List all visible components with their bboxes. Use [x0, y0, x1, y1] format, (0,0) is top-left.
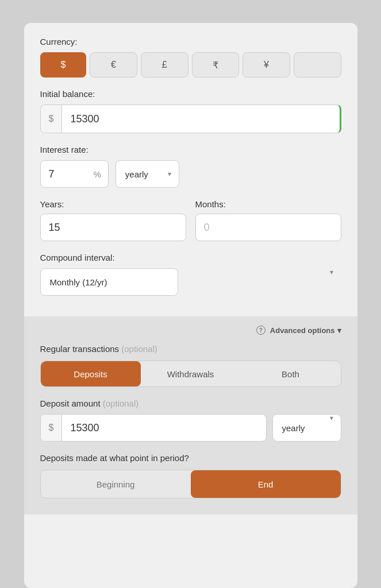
- interest-rate-row: % yearly monthly ▾: [40, 160, 341, 188]
- currency-btn-inr[interactable]: ₹: [192, 52, 240, 78]
- months-label: Months:: [195, 199, 341, 209]
- tab-withdrawals[interactable]: Withdrawals: [141, 361, 241, 386]
- advanced-options-row: ? Advanced options ▾: [40, 326, 341, 335]
- deposit-amount-label: Deposit amount (optional): [40, 399, 341, 408]
- interest-rate-input[interactable]: [41, 160, 87, 188]
- currency-btn-jpy[interactable]: ¥: [243, 52, 290, 78]
- percent-suffix: %: [87, 169, 108, 179]
- currency-btn-eur[interactable]: €: [90, 52, 137, 78]
- advanced-options-label: Advanced options: [270, 326, 335, 335]
- deposit-point-label: Deposits made at what point in period?: [40, 453, 341, 463]
- deposit-point-tab-group: Beginning End: [40, 470, 341, 498]
- deposit-amount-row: $ yearly monthly weekly daily ▾: [40, 414, 341, 442]
- currency-btn-usd[interactable]: $: [40, 52, 87, 78]
- help-icon: ?: [256, 326, 265, 335]
- deposit-period-select[interactable]: yearly monthly weekly daily: [272, 414, 341, 442]
- interest-period-select[interactable]: yearly monthly: [116, 160, 179, 188]
- currency-label: Currency:: [40, 37, 341, 47]
- currency-selector: $ € £ ₹ ¥: [40, 52, 341, 78]
- advanced-options-chevron-icon: ▾: [337, 326, 341, 335]
- compound-chevron-icon: ▾: [330, 268, 333, 276]
- period-btn-end[interactable]: End: [191, 470, 341, 498]
- years-label: Years:: [40, 199, 186, 209]
- tab-deposits[interactable]: Deposits: [41, 361, 141, 386]
- advanced-options-button[interactable]: ? Advanced options ▾: [256, 326, 341, 335]
- compound-wrap: Compound interval: Daily (365/yr) Weekly…: [40, 253, 341, 296]
- initial-balance-input[interactable]: [62, 105, 339, 133]
- initial-balance-label: Initial balance:: [40, 89, 341, 99]
- deposit-amount-optional: (optional): [103, 399, 139, 408]
- compound-select[interactable]: Daily (365/yr) Weekly (52/yr) Monthly (1…: [40, 268, 178, 296]
- years-input[interactable]: [40, 214, 186, 241]
- months-group: Months:: [195, 199, 341, 241]
- balance-currency-prefix: $: [41, 105, 63, 133]
- currency-btn-other[interactable]: [294, 52, 341, 78]
- regular-transactions-label: Regular transactions (optional): [40, 344, 341, 354]
- months-input[interactable]: [195, 214, 341, 241]
- initial-balance-wrap: $: [40, 105, 341, 133]
- deposit-currency-prefix: $: [41, 414, 63, 442]
- transaction-tab-group: Deposits Withdrawals Both: [40, 361, 341, 387]
- period-btn-beginning[interactable]: Beginning: [41, 470, 191, 498]
- currency-btn-gbp[interactable]: £: [141, 52, 188, 78]
- compound-label: Compound interval:: [40, 253, 341, 262]
- regular-transactions-optional: (optional): [121, 344, 157, 354]
- duration-row: Years: Months:: [40, 199, 341, 241]
- deposit-input-wrap: $: [40, 414, 267, 442]
- years-group: Years:: [40, 199, 186, 241]
- deposit-amount-input[interactable]: [62, 414, 265, 442]
- interest-input-wrap: %: [40, 160, 109, 188]
- deposit-period-select-wrap: yearly monthly weekly daily ▾: [272, 414, 341, 442]
- compound-select-wrap: Daily (365/yr) Weekly (52/yr) Monthly (1…: [40, 268, 341, 296]
- interest-period-select-wrap: yearly monthly ▾: [116, 160, 179, 188]
- interest-rate-label: Interest rate:: [40, 145, 341, 154]
- tab-both[interactable]: Both: [241, 361, 341, 386]
